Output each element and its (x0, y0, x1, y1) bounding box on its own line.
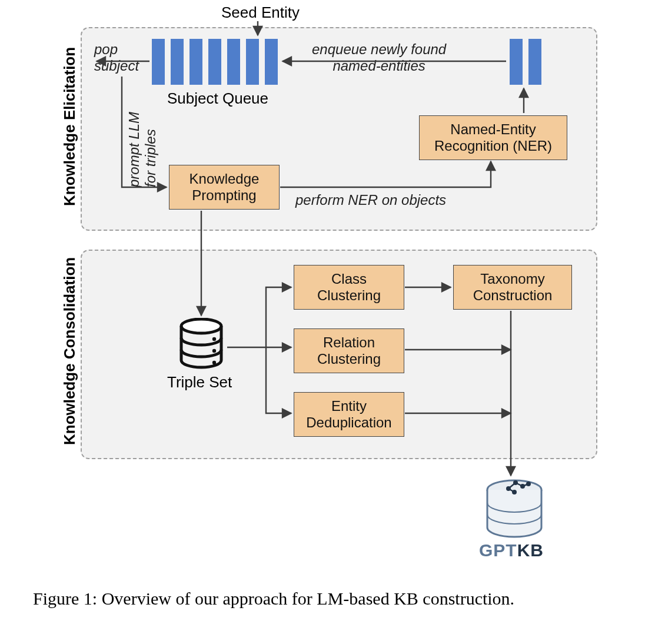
arrows-layer (0, 0, 665, 589)
figure-container: Seed Entity Knowledge Elicitation pop su… (0, 0, 665, 644)
figure-caption: Figure 1: Overview of our approach for L… (33, 589, 633, 609)
